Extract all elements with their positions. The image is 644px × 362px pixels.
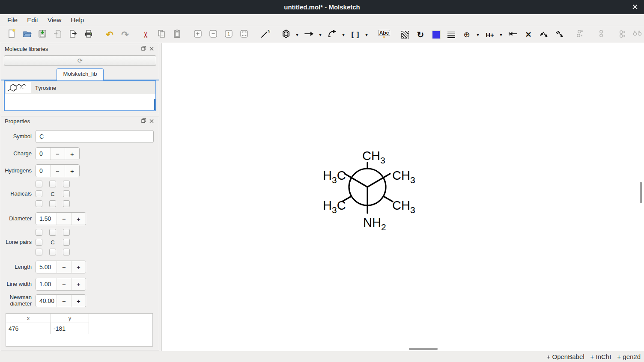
lone-pair-checkbox[interactable] [36,249,42,255]
import-button[interactable] [51,28,64,41]
lone-pair-checkbox[interactable] [63,239,70,246]
undo-button[interactable]: ↶ [103,28,116,41]
lone-pair-checkbox[interactable] [36,239,42,246]
length-value[interactable]: 5.00 [36,261,57,273]
float-icon [141,118,146,125]
cut-button[interactable]: ✂ [140,28,152,41]
lone-pair-checkbox[interactable] [63,249,70,255]
newman-diameter-label: Newman diameter [1,294,36,307]
window-close-button[interactable] [630,3,640,12]
curved-arrow-button[interactable] [326,28,339,41]
list-item-tyrosine[interactable]: Tyrosine [5,81,155,94]
mechanism-arrow-alt-icon [554,29,564,41]
draw-bond-button[interactable]: N [259,28,271,41]
charge-dropdown[interactable]: ▾ [475,28,481,41]
brackets-dropdown[interactable]: ▾ [364,28,370,41]
insert-ring-button[interactable] [280,28,292,41]
insert-text-button[interactable]: Abc ▾ [378,28,391,41]
drawing-canvas[interactable]: CH3 H3C CH3 H3C CH3 NH2 [162,43,644,351]
charge-value[interactable]: 0 [36,148,50,160]
line-width-value[interactable]: 1.00 [36,278,57,290]
newman-diameter-increment-button[interactable]: + [71,295,86,307]
library-list-scrollbar[interactable] [154,99,155,110]
horizontal-scrollbar[interactable] [409,348,438,350]
close-panel-button[interactable] [148,118,155,125]
insert-ring-dropdown[interactable]: ▾ [294,28,300,41]
cell-y[interactable]: -181 [51,323,89,334]
tab-molsketch-lib[interactable]: Molsketch_lib [57,68,104,80]
connect-atoms-button-disabled[interactable] [574,28,587,41]
radical-checkbox[interactable] [49,181,56,187]
paste-button[interactable] [170,28,183,41]
new-document-button[interactable]: ★ [5,28,18,41]
radical-checkbox[interactable] [36,181,42,187]
pair-atoms-button-disabled[interactable] [616,28,629,41]
line-width-button[interactable] [445,28,458,41]
float-panel-button[interactable] [140,118,148,125]
hydrogens-decrement-button[interactable]: − [50,165,65,177]
lone-pair-checkbox[interactable] [36,229,42,236]
newman-diameter-decrement-button[interactable]: − [57,295,71,307]
zoom-original-button[interactable]: 1 [222,28,235,41]
length-label: Length [1,264,36,270]
length-increment-button[interactable]: + [71,261,86,273]
print-button[interactable] [82,28,95,41]
charge-increment-button[interactable]: + [65,148,79,160]
zoom-fit-button[interactable] [238,28,250,41]
hydrogens-dropdown[interactable]: ▾ [498,28,504,41]
diameter-decrement-button[interactable]: − [57,213,71,225]
refresh-libraries-button[interactable]: ⟳ [4,55,156,66]
radical-checkbox[interactable] [63,200,70,207]
hydrogens-increment-button[interactable]: + [65,165,79,177]
copy-button[interactable] [155,28,168,41]
lone-pair-arrow-button[interactable] [507,28,519,41]
rotate-button[interactable]: ↻ [414,28,427,41]
vertical-scrollbar[interactable] [640,182,642,203]
export-button[interactable] [67,28,80,41]
float-panel-button[interactable] [140,45,148,52]
charge-decrement-button[interactable]: − [50,148,65,160]
brackets-button[interactable]: [ ] [349,28,362,41]
color-picker-button[interactable] [429,28,442,41]
line-width-decrement-button[interactable]: − [57,278,71,290]
curved-arrow-dropdown[interactable]: ▾ [340,28,346,41]
save-button[interactable] [36,28,49,41]
length-decrement-button[interactable]: − [57,261,71,273]
reaction-arrow-dropdown[interactable]: ▾ [317,28,323,41]
lone-pair-checkbox[interactable] [63,229,70,236]
radical-checkbox[interactable] [49,200,56,207]
lone-pair-checkbox[interactable] [49,249,56,255]
radical-checkbox[interactable] [36,200,42,207]
newman-diameter-value[interactable]: 40.00 [36,295,57,307]
zoom-out-button[interactable] [207,28,220,41]
stack-atoms-button-disabled[interactable] [595,28,608,41]
menu-view[interactable]: View [43,15,66,25]
cell-x[interactable]: 476 [6,323,51,334]
mechanism-arrow-alt-button[interactable] [553,28,566,41]
hydrogens-button[interactable]: H+ [483,28,496,41]
diameter-value[interactable]: 1.50 [36,213,57,225]
hydrogens-value[interactable]: 0 [36,165,50,177]
redo-button[interactable]: ↷ [119,28,131,41]
reaction-arrow-button[interactable] [303,28,316,41]
delete-button[interactable]: ✕ [522,28,535,41]
charge-button[interactable]: ⊕ [460,28,473,41]
menu-help[interactable]: Help [66,15,89,25]
rings-button-disabled[interactable] [631,28,644,41]
menu-file[interactable]: File [3,15,22,25]
column-header-y[interactable]: y [51,314,89,323]
close-panel-button[interactable] [148,45,155,52]
line-width-increment-button[interactable]: + [71,278,86,290]
column-header-x[interactable]: x [6,314,51,323]
menu-edit[interactable]: Edit [22,15,43,25]
zoom-in-button[interactable] [191,28,204,41]
symbol-input[interactable] [36,130,154,143]
lone-pair-checkbox[interactable] [49,229,56,236]
diameter-increment-button[interactable]: + [71,213,86,225]
open-file-button[interactable] [21,28,33,41]
radical-checkbox[interactable] [36,190,42,197]
radical-checkbox[interactable] [63,190,70,197]
radical-checkbox[interactable] [63,181,70,187]
mechanism-arrow-button[interactable] [537,28,550,41]
hatch-selection-button[interactable] [399,28,411,41]
